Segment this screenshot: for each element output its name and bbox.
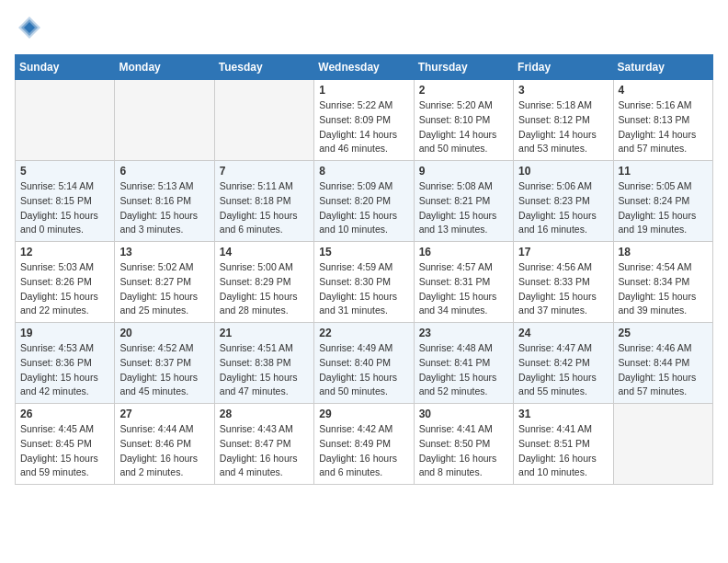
sunset-label: Sunset: 8:30 PM [319, 276, 391, 287]
calendar-table: SundayMondayTuesdayWednesdayThursdayFrid… [15, 54, 713, 485]
day-number: 6 [119, 165, 209, 178]
sunset-label: Sunset: 8:15 PM [20, 195, 92, 206]
sunset-label: Sunset: 8:41 PM [419, 357, 491, 368]
sunset-label: Sunset: 8:29 PM [220, 276, 291, 287]
day-number: 29 [319, 408, 408, 420]
daylight-label: Daylight: 15 hours and 57 minutes. [619, 372, 697, 397]
sunrise-label: Sunrise: 4:57 AM [419, 261, 493, 272]
day-info: Sunrise: 4:52 AM Sunset: 8:37 PM Dayligh… [119, 341, 209, 399]
sunset-label: Sunset: 8:31 PM [419, 276, 491, 287]
calendar-cell: 13 Sunrise: 5:02 AM Sunset: 8:27 PM Dayl… [115, 242, 214, 323]
sunrise-label: Sunrise: 4:44 AM [119, 423, 193, 434]
calendar-cell: 30 Sunrise: 4:41 AM Sunset: 8:50 PM Dayl… [414, 404, 513, 485]
sunrise-label: Sunrise: 4:53 AM [20, 342, 94, 353]
sunset-label: Sunset: 8:23 PM [518, 195, 590, 206]
sunset-label: Sunset: 8:27 PM [119, 276, 191, 287]
calendar-cell: 10 Sunrise: 5:06 AM Sunset: 8:23 PM Dayl… [514, 161, 613, 242]
day-info: Sunrise: 5:06 AM Sunset: 8:23 PM Dayligh… [518, 179, 608, 237]
sunset-label: Sunset: 8:34 PM [619, 276, 690, 287]
day-info: Sunrise: 5:09 AM Sunset: 8:20 PM Dayligh… [319, 179, 408, 237]
sunrise-label: Sunrise: 4:41 AM [518, 423, 592, 434]
sunrise-label: Sunrise: 5:16 AM [619, 99, 692, 110]
calendar-cell: 2 Sunrise: 5:20 AM Sunset: 8:10 PM Dayli… [414, 80, 513, 161]
day-number: 18 [619, 246, 708, 259]
sunrise-label: Sunrise: 4:46 AM [619, 342, 692, 353]
daylight-label: Daylight: 15 hours and 0 minutes. [20, 210, 98, 236]
day-info: Sunrise: 5:18 AM Sunset: 8:12 PM Dayligh… [518, 98, 608, 156]
day-info: Sunrise: 4:46 AM Sunset: 8:44 PM Dayligh… [619, 341, 708, 399]
sunrise-label: Sunrise: 5:09 AM [319, 180, 392, 191]
day-info: Sunrise: 4:47 AM Sunset: 8:42 PM Dayligh… [518, 341, 608, 399]
day-number: 21 [220, 327, 309, 339]
day-info: Sunrise: 4:56 AM Sunset: 8:33 PM Dayligh… [518, 260, 608, 318]
sunset-label: Sunset: 8:16 PM [119, 195, 191, 206]
daylight-label: Daylight: 16 hours and 6 minutes. [319, 453, 397, 478]
sunset-label: Sunset: 8:10 PM [419, 114, 491, 125]
calendar-cell [613, 404, 712, 485]
sunset-label: Sunset: 8:21 PM [419, 195, 491, 206]
sunrise-label: Sunrise: 4:45 AM [20, 423, 94, 434]
sunset-label: Sunset: 8:24 PM [619, 195, 690, 206]
daylight-label: Daylight: 15 hours and 45 minutes. [119, 372, 198, 397]
weekday-header-monday: Monday [115, 55, 214, 80]
calendar-week-4: 19 Sunrise: 4:53 AM Sunset: 8:36 PM Dayl… [16, 323, 713, 404]
day-number: 15 [319, 246, 408, 259]
sunrise-label: Sunrise: 5:22 AM [319, 99, 392, 110]
sunrise-label: Sunrise: 4:54 AM [619, 261, 692, 272]
weekday-header-row: SundayMondayTuesdayWednesdayThursdayFrid… [16, 55, 713, 80]
daylight-label: Daylight: 14 hours and 50 minutes. [419, 129, 497, 155]
daylight-label: Daylight: 15 hours and 22 minutes. [20, 291, 98, 316]
calendar-cell: 27 Sunrise: 4:44 AM Sunset: 8:46 PM Dayl… [115, 404, 214, 485]
day-info: Sunrise: 4:49 AM Sunset: 8:40 PM Dayligh… [319, 341, 408, 399]
sunset-label: Sunset: 8:36 PM [20, 357, 92, 368]
day-number: 10 [518, 165, 608, 178]
day-number: 27 [119, 408, 209, 420]
day-info: Sunrise: 4:51 AM Sunset: 8:38 PM Dayligh… [220, 341, 309, 399]
day-info: Sunrise: 5:08 AM Sunset: 8:21 PM Dayligh… [419, 179, 508, 237]
calendar-cell: 24 Sunrise: 4:47 AM Sunset: 8:42 PM Dayl… [514, 323, 613, 404]
sunrise-label: Sunrise: 5:08 AM [419, 180, 493, 191]
calendar-cell: 20 Sunrise: 4:52 AM Sunset: 8:37 PM Dayl… [115, 323, 214, 404]
daylight-label: Daylight: 14 hours and 57 minutes. [619, 129, 697, 155]
daylight-label: Daylight: 15 hours and 3 minutes. [119, 210, 198, 236]
calendar-cell: 19 Sunrise: 4:53 AM Sunset: 8:36 PM Dayl… [16, 323, 115, 404]
daylight-label: Daylight: 15 hours and 6 minutes. [220, 210, 298, 236]
day-info: Sunrise: 5:03 AM Sunset: 8:26 PM Dayligh… [20, 260, 109, 318]
weekday-header-saturday: Saturday [613, 55, 712, 80]
daylight-label: Daylight: 15 hours and 39 minutes. [619, 291, 697, 316]
daylight-label: Daylight: 15 hours and 25 minutes. [119, 291, 198, 316]
sunset-label: Sunset: 8:37 PM [119, 357, 191, 368]
sunrise-label: Sunrise: 5:00 AM [220, 261, 293, 272]
weekday-header-wednesday: Wednesday [314, 55, 414, 80]
day-info: Sunrise: 5:13 AM Sunset: 8:16 PM Dayligh… [119, 179, 209, 237]
sunset-label: Sunset: 8:46 PM [119, 438, 191, 449]
daylight-label: Daylight: 15 hours and 55 minutes. [518, 372, 597, 397]
day-info: Sunrise: 5:20 AM Sunset: 8:10 PM Dayligh… [419, 98, 508, 156]
day-number: 23 [419, 327, 508, 339]
day-number: 12 [20, 246, 109, 259]
day-info: Sunrise: 4:41 AM Sunset: 8:51 PM Dayligh… [518, 422, 608, 480]
daylight-label: Daylight: 15 hours and 16 minutes. [518, 210, 597, 236]
day-info: Sunrise: 4:53 AM Sunset: 8:36 PM Dayligh… [20, 341, 109, 399]
calendar-cell: 18 Sunrise: 4:54 AM Sunset: 8:34 PM Dayl… [613, 242, 712, 323]
day-info: Sunrise: 4:41 AM Sunset: 8:50 PM Dayligh… [419, 422, 508, 480]
daylight-label: Daylight: 15 hours and 19 minutes. [619, 210, 697, 236]
calendar-week-3: 12 Sunrise: 5:03 AM Sunset: 8:26 PM Dayl… [16, 242, 713, 323]
calendar-week-2: 5 Sunrise: 5:14 AM Sunset: 8:15 PM Dayli… [16, 161, 713, 242]
calendar-cell: 15 Sunrise: 4:59 AM Sunset: 8:30 PM Dayl… [314, 242, 414, 323]
day-number: 26 [20, 408, 109, 420]
daylight-label: Daylight: 15 hours and 28 minutes. [220, 291, 298, 316]
calendar-cell: 6 Sunrise: 5:13 AM Sunset: 8:16 PM Dayli… [115, 161, 214, 242]
daylight-label: Daylight: 14 hours and 53 minutes. [518, 129, 597, 155]
calendar-cell: 16 Sunrise: 4:57 AM Sunset: 8:31 PM Dayl… [414, 242, 513, 323]
sunrise-label: Sunrise: 5:02 AM [119, 261, 193, 272]
day-number: 4 [619, 84, 708, 97]
day-number: 11 [619, 165, 708, 178]
daylight-label: Daylight: 15 hours and 59 minutes. [20, 453, 98, 478]
sunrise-label: Sunrise: 4:43 AM [220, 423, 293, 434]
daylight-label: Daylight: 15 hours and 42 minutes. [20, 372, 98, 397]
sunset-label: Sunset: 8:51 PM [518, 438, 590, 449]
sunset-label: Sunset: 8:09 PM [319, 114, 391, 125]
calendar-cell: 31 Sunrise: 4:41 AM Sunset: 8:51 PM Dayl… [514, 404, 613, 485]
sunset-label: Sunset: 8:26 PM [20, 276, 92, 287]
